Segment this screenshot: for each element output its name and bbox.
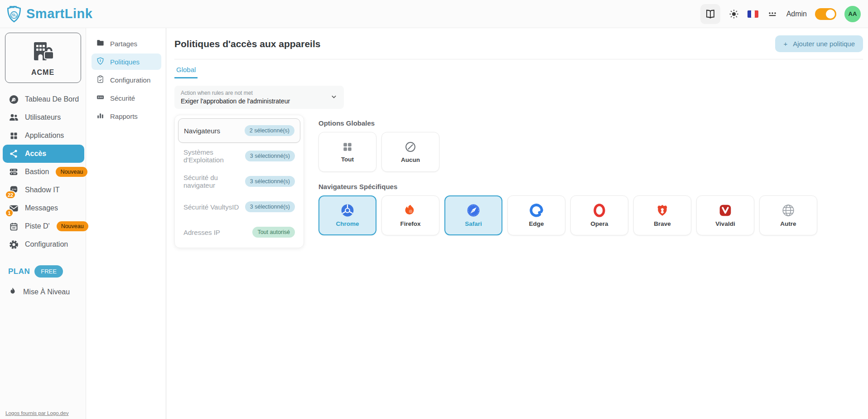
- browser-card-brave[interactable]: Brave: [633, 195, 691, 235]
- logo-initials: SL: [12, 13, 17, 17]
- shield-icon: [96, 57, 105, 67]
- category-securite-vaultysid[interactable]: Sécurité VaultysID 3 sélectionné(s): [178, 195, 300, 219]
- tab-global[interactable]: Global: [174, 66, 198, 78]
- sidebar-item-label: Accès: [25, 150, 46, 158]
- folder-icon: [96, 39, 105, 49]
- secondary-sidebar: Partages Politiques Configuration Sécuri…: [86, 28, 166, 419]
- browser-card-firefox[interactable]: Firefox: [381, 195, 439, 235]
- sidebar-item-label: Messages: [25, 204, 58, 212]
- category-systemes-exploitation[interactable]: Systèmes d'Exploitation 3 sélectionné(s): [178, 144, 300, 168]
- admin-label: Admin: [786, 10, 807, 18]
- org-card[interactable]: ACME: [5, 33, 81, 83]
- category-label: Sécurité VaultysID: [183, 203, 239, 211]
- share-icon: [8, 148, 19, 159]
- category-securite-navigateur[interactable]: Sécurité du navigateur 3 sélectionné(s): [178, 169, 300, 194]
- sidebar-nav: Tableau De Bord Utilisateurs Application…: [0, 90, 86, 253]
- page-title: Politiques d'accès aux appareils: [174, 39, 320, 49]
- sidebar-item-tableau-de-bord[interactable]: Tableau De Bord: [0, 90, 86, 108]
- plan-label: PLAN: [8, 267, 30, 276]
- add-policy-button[interactable]: + Ajouter une politique: [775, 35, 863, 52]
- category-adresses-ip[interactable]: Adresses IP Tout autorisé: [178, 220, 300, 244]
- avatar-initials: AA: [849, 10, 857, 17]
- none-icon: [404, 141, 417, 153]
- action-select-value: Exiger l'approbation de l'administrateur: [181, 97, 338, 105]
- dashboard-icon: [8, 94, 19, 105]
- sidebar-item-label: Shadow IT: [25, 186, 59, 194]
- browser-label: Brave: [654, 220, 671, 227]
- edge-icon: [530, 204, 543, 217]
- globe-icon: [781, 204, 795, 217]
- sidebar-item-messages[interactable]: 1 Messages: [0, 199, 86, 217]
- more-menu-button[interactable]: [767, 9, 778, 19]
- sidebar-item-applications[interactable]: Applications: [0, 127, 86, 145]
- sidebar-item-configuration[interactable]: Configuration: [0, 235, 86, 253]
- logos-credit-link[interactable]: Logos fournis par Logo.dev: [5, 410, 68, 416]
- sidebar-item-label: Applications: [25, 132, 64, 140]
- sidebar-item-piste-daudit[interactable]: Piste D' Nouveau: [0, 217, 86, 235]
- subnav-item-rapports[interactable]: Rapports: [92, 108, 161, 124]
- mail-icon: 1: [8, 203, 19, 214]
- category-navigateurs[interactable]: Navigateurs 2 sélectionné(s): [178, 118, 300, 143]
- option-label: Aucun: [401, 156, 420, 163]
- subnav-item-partages[interactable]: Partages: [92, 35, 161, 52]
- browser-card-vivaldi[interactable]: Vivaldi: [696, 195, 754, 235]
- vivaldi-icon: [719, 204, 732, 217]
- browser-card-safari[interactable]: Safari: [444, 195, 502, 235]
- theme-toggle-button[interactable]: [728, 9, 739, 19]
- selection-count-badge: 2 sélectionné(s): [245, 125, 294, 136]
- browser-label: Firefox: [400, 220, 420, 227]
- sidebar-item-label: Bastion: [25, 168, 49, 176]
- selection-count-badge: 3 sélectionné(s): [245, 151, 295, 161]
- chrome-icon: [341, 204, 354, 217]
- org-name: ACME: [5, 68, 81, 77]
- browser-label: Chrome: [336, 220, 359, 227]
- nouveau-badge: Nouveau: [56, 167, 87, 177]
- browser-label: Autre: [780, 220, 796, 227]
- admin-toggle[interactable]: [815, 8, 836, 20]
- smartlink-logo[interactable]: SL SmartLink: [5, 5, 92, 24]
- nouveau-badge: Nouveau: [57, 221, 88, 231]
- user-avatar[interactable]: AA: [844, 6, 861, 22]
- sidebar-item-upgrade[interactable]: Mise À Niveau: [0, 278, 86, 297]
- clipboard-icon: [96, 75, 105, 85]
- browser-label: Safari: [465, 220, 482, 227]
- subnav-item-politiques[interactable]: Politiques: [92, 54, 161, 70]
- browser-label: Vivaldi: [715, 220, 735, 227]
- subnav-item-label: Politiques: [110, 58, 140, 66]
- plan-free-badge: FREE: [34, 265, 63, 278]
- browser-card-edge[interactable]: Edge: [507, 195, 565, 235]
- browser-card-autre[interactable]: Autre: [759, 195, 817, 235]
- report-icon: [96, 111, 105, 121]
- options-area: Options Globales Tout Aucun Navigateurs …: [318, 115, 817, 246]
- selection-count-badge: 3 sélectionné(s): [245, 201, 295, 212]
- browser-card-chrome[interactable]: Chrome: [318, 195, 376, 235]
- sidebar-item-bastion[interactable]: Bastion Nouveau: [0, 163, 86, 181]
- subnav-item-label: Rapports: [110, 112, 138, 120]
- action-select-dropdown[interactable]: Action when rules are not met Exiger l'a…: [174, 86, 344, 109]
- browser-card-opera[interactable]: Opera: [570, 195, 628, 235]
- browser-label: Edge: [529, 220, 544, 227]
- category-label: Navigateurs: [184, 127, 220, 135]
- shield-logo-icon: SL: [5, 5, 23, 24]
- language-flag-button[interactable]: [747, 10, 758, 18]
- calendar-icon: [8, 221, 19, 232]
- apps-grid-icon: [8, 130, 19, 141]
- category-panel: Navigateurs 2 sélectionné(s) Systèmes d'…: [174, 115, 304, 248]
- action-select-label: Action when rules are not met: [181, 90, 338, 96]
- specific-browsers-title: Navigateurs Spécifiques: [318, 183, 817, 190]
- password-icon: [96, 93, 105, 103]
- global-options-title: Options Globales: [318, 119, 817, 127]
- chevron-down-icon: [329, 92, 338, 103]
- sidebar-item-shadow-it[interactable]: 22 Shadow IT: [0, 181, 86, 199]
- sidebar-item-acces[interactable]: Accès: [3, 145, 84, 163]
- sidebar-item-utilisateurs[interactable]: Utilisateurs: [0, 108, 86, 127]
- option-card-aucun[interactable]: Aucun: [381, 132, 439, 172]
- subnav-item-configuration[interactable]: Configuration: [92, 72, 161, 88]
- toggle-knob: [826, 10, 835, 19]
- subnav-item-securite[interactable]: Sécurité: [92, 90, 161, 106]
- option-card-tout[interactable]: Tout: [318, 132, 376, 172]
- brave-icon: [656, 204, 669, 217]
- docs-button[interactable]: [700, 4, 720, 24]
- french-flag-icon: [747, 10, 758, 18]
- firefox-icon: [404, 204, 417, 217]
